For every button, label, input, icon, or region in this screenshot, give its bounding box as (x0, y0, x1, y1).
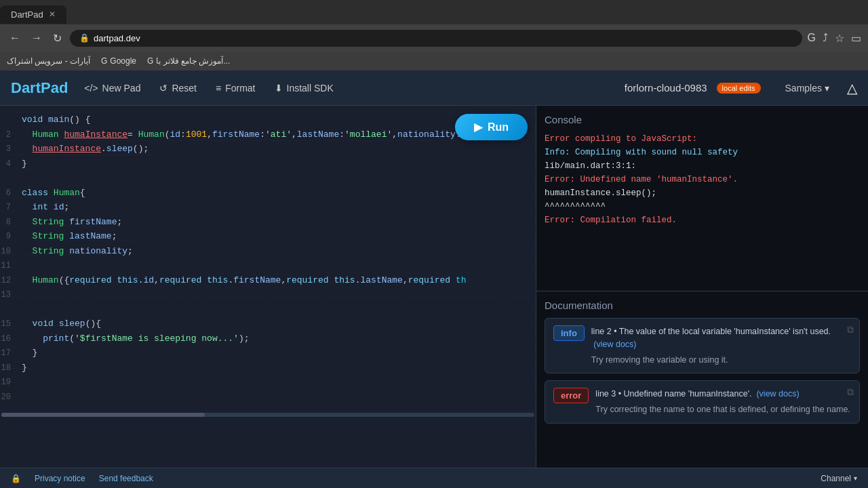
code-line-20: 20 (0, 390, 536, 405)
info-badge: info (553, 325, 585, 341)
line-num-18: 18 (0, 362, 22, 374)
google-icon[interactable]: G (808, 32, 816, 44)
forward-button[interactable]: → (28, 29, 45, 47)
bookmarks-bar: آیارات - سرویس اشتراک G Google G آموزش ج… (0, 52, 868, 70)
code-line-3: 3 humanInstance.sleep(); (0, 142, 536, 157)
active-tab[interactable]: DartPad ✕ (0, 5, 66, 24)
tab-close-icon[interactable]: ✕ (49, 9, 56, 19)
code-editor[interactable]: ▶ Run void main() { 2 Human humaInstance… (0, 106, 536, 468)
line-num-9: 9 (0, 230, 22, 243)
error-badge: error (553, 388, 589, 403)
run-button[interactable]: ▶ Run (455, 114, 528, 140)
lock-icon: 🔒 (79, 33, 90, 43)
send-feedback-link[interactable]: Send feedback (99, 474, 153, 483)
new-pad-button[interactable]: </> New Pad (76, 79, 149, 98)
code-line-7: 7 int id; (0, 200, 536, 215)
code-line-10: 10 String nationality; (0, 244, 536, 259)
code-line-11: 11 (0, 258, 536, 273)
console-line-2: Info: Compiling with sound null safety (545, 146, 860, 159)
hint-sub-error: Try correcting the name to one that is d… (595, 403, 851, 416)
sidebar-icon[interactable]: ▭ (851, 32, 861, 45)
address-bar[interactable]: 🔒 dartpad.dev (70, 30, 802, 47)
url-text: dartpad.dev (94, 33, 140, 43)
console-output: Error compiling to JavaScript: Info: Com… (545, 132, 860, 227)
install-sdk-button[interactable]: ⬇ Install SDK (267, 79, 342, 98)
code-line-13: 13 (0, 287, 536, 302)
copy-icon-1[interactable]: ⧉ (847, 324, 854, 336)
scrollbar-thumb[interactable] (1, 413, 205, 417)
console-line-6: ^^^^^^^^^^^^ (545, 200, 860, 214)
back-button[interactable]: ← (7, 29, 23, 47)
line-num-16: 16 (0, 333, 22, 345)
console-section: Console Error compiling to JavaScript: I… (536, 106, 868, 291)
code-line-8: 8 String firstName; (0, 215, 536, 230)
tab-label: DartPad (11, 9, 43, 20)
bookmark-2[interactable]: G Google (101, 56, 136, 66)
documentation-title: Documentation (545, 300, 860, 311)
samples-label: Samples (785, 83, 822, 94)
chevron-down-icon: ▾ (854, 474, 857, 482)
run-label: Run (488, 121, 509, 134)
bookmark-3-favicon: G (147, 56, 153, 66)
samples-button[interactable]: Samples ▾ (777, 79, 837, 98)
line-num-6: 6 (0, 187, 22, 199)
code-line-17: 17 } (0, 346, 536, 361)
browser-nav: ← → ↻ 🔒 dartpad.dev G ⤴ ☆ ▭ (0, 24, 868, 52)
reset-button[interactable]: ↺ Reset (151, 79, 205, 98)
format-label: Format (225, 83, 255, 94)
editor-scrollbar[interactable] (0, 411, 536, 419)
bookmark-1-label: آیارات - سرویس اشتراک (7, 56, 90, 66)
format-button[interactable]: ≡ Format (208, 79, 264, 98)
channel-selector[interactable]: Channel ▾ (821, 474, 857, 483)
bookmark-1[interactable]: آیارات - سرویس اشتراک (7, 56, 90, 66)
share-icon[interactable]: ⤴ (823, 32, 828, 44)
install-sdk-label: Install SDK (287, 83, 334, 94)
code-line-19: 19 (0, 375, 536, 390)
dartpad-footer: 🔒 Privacy notice Send feedback Channel ▾ (0, 468, 868, 488)
dartpad-header: DartPad </> New Pad ↺ Reset ≡ Format ⬇ I… (0, 70, 868, 106)
line-num-2: 2 (0, 129, 22, 141)
bookmark-icon[interactable]: ☆ (835, 32, 844, 45)
tab-bar: DartPad ✕ (0, 0, 868, 24)
line-num-7: 7 (0, 201, 22, 214)
view-docs-link-2[interactable]: (view docs) (754, 389, 800, 399)
copy-icon-2[interactable]: ⧉ (847, 386, 854, 398)
documentation-section: Documentation info line 2 • The value of… (536, 291, 868, 468)
chevron-down-icon: ▾ (825, 83, 829, 94)
format-icon: ≡ (216, 83, 221, 94)
console-line-7: Error: Compilation failed. (545, 214, 860, 227)
reload-button[interactable]: ↻ (50, 29, 64, 47)
line-num-8: 8 (0, 216, 22, 228)
hint-card-info: info line 2 • The value of the local var… (545, 318, 860, 373)
bookmark-3[interactable]: G آموزش جامع فلاتر با... (147, 56, 230, 66)
line-num-11: 11 (0, 260, 22, 272)
browser-chrome: DartPad ✕ ← → ↻ 🔒 dartpad.dev G ⤴ ☆ ▭ آی… (0, 0, 868, 70)
line-num-10: 10 (0, 245, 22, 258)
right-panel: Console Error compiling to JavaScript: I… (536, 106, 868, 468)
console-line-4: Error: Undefined name 'humanInstance'. (545, 173, 860, 186)
line-num-13: 13 (0, 289, 22, 301)
reset-label: Reset (172, 83, 197, 94)
code-line-4: 4 } (0, 157, 536, 171)
line-num-15: 15 (0, 318, 22, 330)
console-title: Console (545, 114, 860, 125)
line-num-3: 3 (0, 143, 22, 155)
new-pad-label: New Pad (102, 83, 141, 94)
bookmark-2-label: Google (110, 56, 136, 66)
dartpad-main: ▶ Run void main() { 2 Human humaInstance… (0, 106, 868, 468)
github-icon[interactable]: △ (847, 80, 857, 96)
line-num-17: 17 (0, 347, 22, 359)
view-docs-link-1[interactable]: (view docs) (591, 340, 637, 349)
privacy-notice-link[interactable]: Privacy notice (35, 474, 85, 483)
code-line-14 (0, 302, 536, 317)
console-line-5: humanInstance.sleep(); (545, 186, 860, 200)
run-arrow-icon: ▶ (474, 121, 482, 134)
hint-text-info: line 2 • The value of the local variable… (591, 325, 851, 366)
code-line-6: 6 class Human{ (0, 186, 536, 201)
nav-icons: G ⤴ ☆ ▭ (808, 32, 861, 45)
privacy-icon: 🔒 (11, 474, 21, 483)
bookmark-3-label: آموزش جامع فلاتر با... (156, 56, 230, 66)
hint-sub-info: Try removing the variable or using it. (591, 354, 851, 367)
code-line-16: 16 print('$firstName is sleeping now...'… (0, 331, 536, 346)
hint-text-error: line 3 • Undefined name 'humanInstance'.… (595, 388, 851, 416)
